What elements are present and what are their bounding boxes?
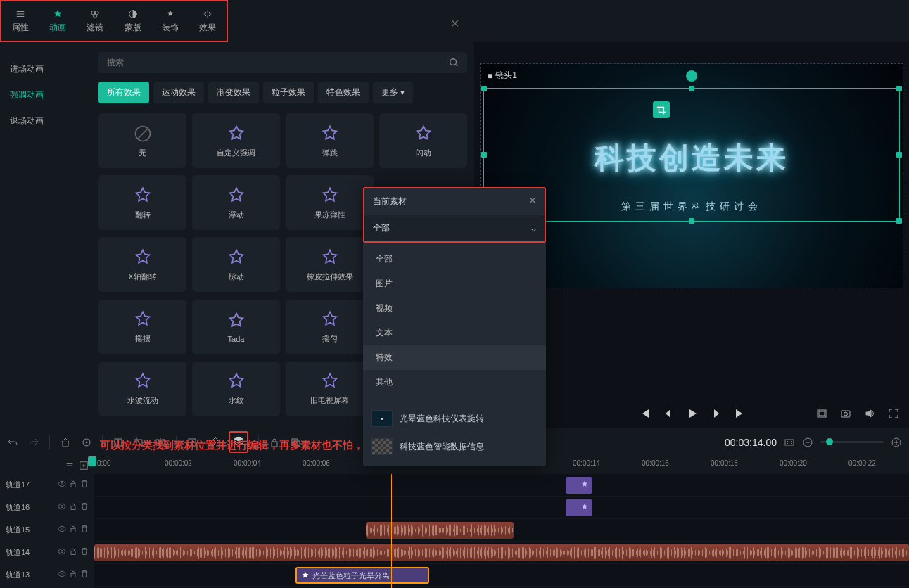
track-header[interactable]: 轨道16 <box>0 497 94 518</box>
search-input[interactable] <box>107 58 449 68</box>
zoom-slider[interactable] <box>820 441 884 443</box>
eye-icon[interactable] <box>58 525 66 535</box>
timeline-clip[interactable]: 光芒蓝色粒子光晕分离 <box>295 567 429 584</box>
track-header[interactable]: 轨道17 <box>0 474 94 496</box>
trash-icon[interactable] <box>80 525 89 535</box>
fit-button[interactable] <box>784 437 795 448</box>
lock-icon[interactable] <box>69 547 77 558</box>
effect-item[interactable]: 脉动 <box>192 237 280 292</box>
timeline-clip[interactable] <box>94 544 909 561</box>
resize-handle-e[interactable] <box>896 152 902 158</box>
tab-animation[interactable]: 动画 <box>39 1 76 41</box>
resize-handle-nw[interactable] <box>481 86 487 91</box>
effect-item[interactable]: X轴翻转 <box>98 237 186 292</box>
redo-button[interactable] <box>28 437 39 448</box>
lock-icon[interactable] <box>69 502 77 513</box>
undo-button[interactable] <box>7 437 18 448</box>
add-track-button[interactable] <box>79 461 89 471</box>
resize-handle-w[interactable] <box>481 152 487 158</box>
prev-frame-button[interactable] <box>663 408 674 419</box>
effect-item[interactable]: 浮动 <box>192 175 280 230</box>
timeline-clip[interactable] <box>566 477 592 494</box>
track-body[interactable] <box>94 497 909 518</box>
filter-all[interactable]: 所有效果 <box>98 82 149 103</box>
effect-item[interactable]: 闪动 <box>379 113 467 168</box>
resize-handle-n[interactable] <box>689 86 694 91</box>
eye-icon[interactable] <box>58 570 66 580</box>
next-clip-button[interactable] <box>735 408 746 419</box>
playhead-line[interactable] <box>391 474 392 588</box>
popup-option[interactable]: 视频 <box>363 296 546 321</box>
popup-option[interactable]: 特效 <box>363 345 546 370</box>
tab-effect[interactable]: 效果 <box>189 1 227 41</box>
effect-item[interactable]: Tada <box>192 300 280 354</box>
play-button[interactable] <box>687 408 698 419</box>
popup-asset-item[interactable]: 科技蓝色智能数据信息 <box>363 433 546 461</box>
crop-icon[interactable] <box>653 101 670 118</box>
popup-option[interactable]: 全部 <box>363 247 546 271</box>
safe-zone-button[interactable] <box>816 408 827 419</box>
lock-icon[interactable] <box>69 525 77 535</box>
effect-item[interactable]: 弹跳 <box>286 113 374 168</box>
zoom-thumb[interactable] <box>826 438 833 445</box>
rotate-handle[interactable] <box>686 70 697 82</box>
tab-filter[interactable]: 滤镜 <box>77 1 114 41</box>
track-body[interactable] <box>94 542 909 563</box>
track-body[interactable] <box>94 474 909 496</box>
eye-icon[interactable] <box>58 480 66 490</box>
eye-icon[interactable] <box>58 547 66 558</box>
anim-type-exit[interactable]: 退场动画 <box>0 108 91 134</box>
filter-more[interactable]: 更多 ▾ <box>373 82 413 103</box>
next-frame-button[interactable] <box>711 408 722 419</box>
effect-item[interactable]: 水纹 <box>192 362 280 416</box>
zoom-out-button[interactable] <box>802 437 813 448</box>
filter-gradient[interactable]: 渐变效果 <box>208 82 259 103</box>
effect-item[interactable]: 摇摆 <box>98 300 186 354</box>
resize-handle-s[interactable] <box>689 218 694 224</box>
effect-item[interactable]: 旧电视屏幕 <box>286 362 374 416</box>
trash-icon[interactable] <box>80 502 89 513</box>
effect-item[interactable]: 无 <box>98 113 186 168</box>
close-panel-button[interactable]: ✕ <box>450 17 459 30</box>
trash-icon[interactable] <box>80 480 89 490</box>
lock-icon[interactable] <box>69 480 77 490</box>
effect-item[interactable]: 自定义强调 <box>192 113 280 168</box>
lock-icon[interactable] <box>69 570 77 580</box>
popup-option[interactable]: 图片 <box>363 271 546 296</box>
popup-close-button[interactable]: ✕ <box>529 196 536 207</box>
timeline-clip[interactable] <box>366 522 514 539</box>
track-body[interactable] <box>94 519 909 541</box>
tab-attributes[interactable]: 属性 <box>1 1 39 41</box>
track-body[interactable]: 光芒蓝色粒子光晕分离 <box>94 564 909 586</box>
track-header[interactable]: 轨道14 <box>0 542 94 563</box>
prev-clip-button[interactable] <box>639 408 650 419</box>
effect-item[interactable]: 水波流动 <box>98 362 186 416</box>
home-button[interactable] <box>60 437 71 448</box>
effect-item[interactable]: 摇匀 <box>286 300 374 354</box>
popup-asset-item[interactable]: •光晕蓝色科技仪表旋转 <box>363 404 546 433</box>
track-header[interactable]: 轨道15 <box>0 519 94 541</box>
resize-handle-ne[interactable] <box>896 86 902 91</box>
track-header[interactable]: 轨道13 <box>0 564 94 586</box>
filter-particle[interactable]: 粒子效果 <box>263 82 314 103</box>
search-box[interactable] <box>98 52 467 73</box>
tab-mask[interactable]: 蒙版 <box>114 1 151 41</box>
filter-special[interactable]: 特色效果 <box>318 82 369 103</box>
trash-icon[interactable] <box>80 570 89 580</box>
anim-type-emphasis[interactable]: 强调动画 <box>0 82 91 108</box>
anim-type-enter[interactable]: 进场动画 <box>0 56 91 82</box>
volume-button[interactable] <box>864 408 875 419</box>
popup-option[interactable]: 文本 <box>363 321 546 345</box>
target-button[interactable] <box>81 437 92 448</box>
filter-motion[interactable]: 运动效果 <box>153 82 204 103</box>
tab-decoration[interactable]: 装饰 <box>151 1 189 41</box>
effect-item[interactable]: 翻转 <box>98 175 186 230</box>
resize-handle-se[interactable] <box>896 218 902 224</box>
timeline-clip[interactable] <box>566 499 592 516</box>
collapse-tracks-button[interactable] <box>65 461 75 471</box>
snapshot-button[interactable] <box>840 408 851 419</box>
popup-option[interactable]: 其他 <box>363 370 546 395</box>
eye-icon[interactable] <box>58 502 66 513</box>
effect-item[interactable]: 果冻弹性 <box>286 175 374 230</box>
zoom-in-button[interactable] <box>891 437 902 448</box>
